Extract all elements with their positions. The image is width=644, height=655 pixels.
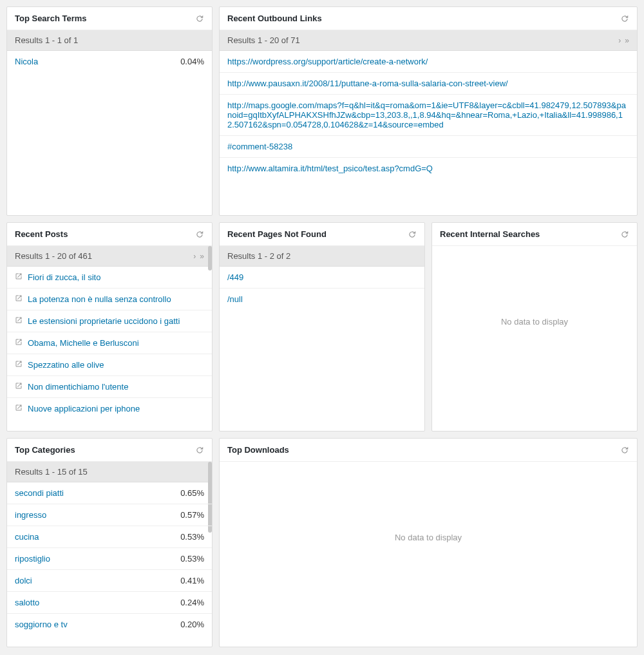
category-link[interactable]: ripostiglio	[15, 554, 173, 564]
last-page-icon[interactable]: »	[200, 252, 204, 261]
panel-header: Recent Internal Searches	[432, 223, 637, 246]
category-pct: 0.53%	[173, 554, 204, 564]
category-pct: 0.57%	[173, 510, 204, 520]
category-pct: 0.41%	[173, 576, 204, 585]
table-row: http://maps.google.com/maps?f=q&hl=it&q=…	[220, 95, 637, 136]
nav-arrows: › »	[193, 252, 204, 261]
panel-top-downloads: Top Downloads No data to display	[219, 438, 638, 647]
outbound-link[interactable]: http://www.pausaxn.it/2008/11/puttane-a-…	[227, 79, 629, 88]
category-pct: 0.65%	[173, 488, 204, 498]
category-pct: 0.24%	[173, 598, 204, 607]
post-link[interactable]: Fiori di zucca, il sito	[28, 272, 204, 282]
table-row: dolci 0.41%	[7, 570, 212, 592]
panel-header: Top Categories	[7, 439, 212, 462]
results-bar: Results 1 - 20 of 71 › »	[220, 30, 637, 51]
category-link[interactable]: ingresso	[15, 510, 173, 520]
panel-header: Top Search Terms	[7, 7, 212, 30]
panel-header: Recent Pages Not Found	[220, 223, 424, 246]
refresh-icon[interactable]	[620, 446, 629, 455]
table-row: Le estensioni proprietarie uccidono i ga…	[7, 310, 212, 332]
outbound-link[interactable]: http://maps.google.com/maps?f=q&hl=it&q=…	[227, 100, 629, 129]
table-row: Obama, Michelle e Berlusconi	[7, 332, 212, 354]
external-link-icon[interactable]	[15, 294, 23, 302]
post-link[interactable]: Non dimentichiamo l'utente	[28, 382, 204, 392]
panel-body: No data to display	[432, 246, 637, 397]
results-label: Results 1 - 1 of 1	[15, 35, 78, 45]
post-link[interactable]: Obama, Michelle e Berlusconi	[28, 338, 204, 348]
panel-title: Top Downloads	[227, 445, 289, 455]
search-term-link[interactable]: Nicola	[15, 57, 173, 66]
table-row: Fiori di zucca, il sito	[7, 267, 212, 289]
refresh-icon[interactable]	[620, 230, 629, 239]
table-row: http://www.pausaxn.it/2008/11/puttane-a-…	[220, 73, 637, 95]
results-label: Results 1 - 2 of 2	[227, 251, 290, 261]
refresh-icon[interactable]	[195, 230, 204, 239]
table-row: salotto 0.24%	[7, 592, 212, 614]
search-term-pct: 0.04%	[173, 57, 204, 66]
post-link[interactable]: Le estensioni proprietarie uccidono i ga…	[28, 316, 204, 326]
panel-header: Recent Posts	[7, 223, 212, 246]
post-link[interactable]: Nuove applicazioni per iphone	[28, 404, 204, 413]
table-row: cucina 0.53%	[7, 526, 212, 548]
table-row: soggiorno e tv 0.20%	[7, 614, 212, 635]
panel-recent-not-found: Recent Pages Not Found Results 1 - 2 of …	[219, 222, 425, 432]
table-row: Nicola 0.04%	[7, 51, 212, 72]
table-row: ingresso 0.57%	[7, 504, 212, 526]
refresh-icon[interactable]	[408, 230, 417, 239]
outbound-link[interactable]: http://www.altamira.it/html/test_psico/t…	[227, 164, 629, 173]
outbound-link[interactable]: #comment-58238	[227, 142, 629, 151]
panel-recent-posts: Recent Posts Results 1 - 20 of 461 › » F…	[6, 222, 213, 432]
category-link[interactable]: salotto	[15, 598, 173, 607]
panel-title: Top Categories	[15, 445, 75, 455]
results-bar: Results 1 - 2 of 2	[220, 246, 424, 267]
panel-top-search-terms: Top Search Terms Results 1 - 1 of 1 Nico…	[6, 6, 213, 216]
category-link[interactable]: cucina	[15, 532, 173, 542]
refresh-icon[interactable]	[195, 446, 204, 455]
panel-header: Top Downloads	[220, 439, 637, 462]
external-link-icon[interactable]	[15, 338, 23, 346]
refresh-icon[interactable]	[195, 14, 204, 23]
not-found-link[interactable]: /449	[227, 272, 417, 282]
table-row: http://www.altamira.it/html/test_psico/t…	[220, 158, 637, 179]
table-row: ripostiglio 0.53%	[7, 548, 212, 570]
results-bar: Results 1 - 15 of 15	[7, 462, 212, 482]
last-page-icon[interactable]: »	[625, 36, 629, 45]
external-link-icon[interactable]	[15, 404, 23, 412]
results-label: Results 1 - 20 of 461	[15, 251, 92, 261]
results-bar: Results 1 - 20 of 461 › »	[7, 246, 212, 267]
no-data-message: No data to display	[432, 246, 637, 397]
table-row: Non dimentichiamo l'utente	[7, 376, 212, 398]
category-link[interactable]: dolci	[15, 576, 173, 585]
panel-title: Recent Pages Not Found	[227, 229, 327, 239]
panel-title: Top Search Terms	[15, 14, 87, 23]
panel-recent-internal-searches: Recent Internal Searches No data to disp…	[431, 222, 638, 432]
table-row: /null	[220, 289, 424, 310]
external-link-icon[interactable]	[15, 360, 23, 368]
category-link[interactable]: secondi piatti	[15, 488, 173, 498]
panel-body: https://wordpress.org/support/article/cr…	[220, 51, 637, 179]
table-row: /449	[220, 267, 424, 289]
category-link[interactable]: soggiorno e tv	[15, 620, 173, 629]
refresh-icon[interactable]	[620, 14, 629, 23]
panel-header: Recent Outbound Links	[220, 7, 637, 30]
not-found-link[interactable]: /null	[227, 294, 417, 304]
external-link-icon[interactable]	[15, 382, 23, 390]
results-label: Results 1 - 20 of 71	[227, 35, 300, 45]
category-pct: 0.20%	[173, 620, 204, 629]
external-link-icon[interactable]	[15, 272, 23, 280]
panel-body: Nicola 0.04%	[7, 51, 212, 72]
next-page-icon[interactable]: ›	[618, 36, 621, 45]
panel-body: No data to display	[220, 462, 637, 613]
post-link[interactable]: La potenza non è nulla senza controllo	[28, 294, 204, 304]
panel-body: /449 /null	[220, 267, 424, 310]
post-link[interactable]: Spezzatino alle olive	[28, 360, 204, 370]
table-row: Nuove applicazioni per iphone	[7, 398, 212, 419]
outbound-link[interactable]: https://wordpress.org/support/article/cr…	[227, 57, 629, 66]
table-row: https://wordpress.org/support/article/cr…	[220, 51, 637, 73]
panel-top-categories: Top Categories Results 1 - 15 of 15 seco…	[6, 438, 213, 647]
panel-body: secondi piatti 0.65% ingresso 0.57% cuci…	[7, 482, 212, 635]
results-bar: Results 1 - 1 of 1	[7, 30, 212, 51]
table-row: secondi piatti 0.65%	[7, 482, 212, 504]
next-page-icon[interactable]: ›	[193, 252, 196, 261]
external-link-icon[interactable]	[15, 316, 23, 324]
